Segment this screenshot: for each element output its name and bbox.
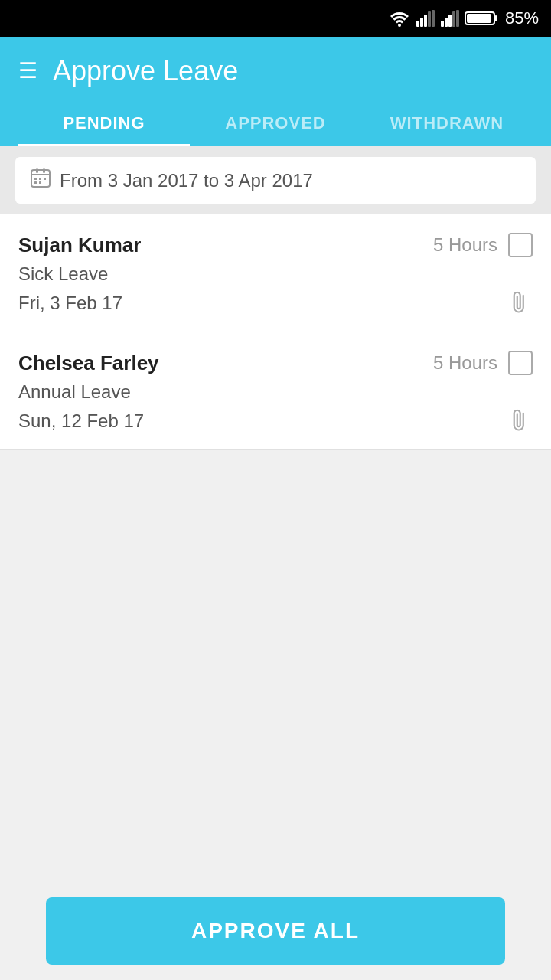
status-icons: 85% bbox=[389, 8, 539, 28]
leave-type-1: Sick Leave bbox=[18, 263, 533, 285]
svg-rect-12 bbox=[467, 14, 491, 23]
attachment-icon-1[interactable] bbox=[505, 286, 540, 320]
svg-rect-11 bbox=[494, 15, 497, 21]
signal-icon-1 bbox=[416, 10, 435, 27]
leave-date-1: Fri, 3 Feb 17 bbox=[18, 292, 122, 314]
tab-pending[interactable]: PENDING bbox=[18, 103, 190, 146]
attachment-icon-2[interactable] bbox=[505, 403, 540, 438]
page-title: Approve Leave bbox=[53, 55, 238, 87]
svg-rect-7 bbox=[448, 15, 452, 27]
svg-rect-1 bbox=[420, 18, 423, 27]
leave-item-top-1: Sujan Kumar 5 Hours bbox=[18, 233, 533, 257]
svg-rect-21 bbox=[39, 181, 41, 184]
status-bar: 85% bbox=[0, 0, 551, 37]
wifi-icon bbox=[389, 10, 410, 27]
svg-rect-3 bbox=[428, 11, 431, 27]
svg-rect-8 bbox=[452, 11, 455, 27]
signal-icon-2 bbox=[441, 10, 459, 27]
footer: APPROVE ALL bbox=[0, 882, 551, 980]
svg-rect-5 bbox=[441, 21, 444, 27]
svg-rect-18 bbox=[39, 178, 41, 180]
svg-rect-17 bbox=[34, 178, 37, 180]
employee-name-1: Sujan Kumar bbox=[18, 234, 141, 257]
leave-list: Sujan Kumar 5 Hours Sick Leave Fri, 3 Fe… bbox=[0, 214, 551, 450]
header: ☰ Approve Leave PENDING APPROVED WITHDRA… bbox=[0, 37, 551, 146]
select-checkbox-1[interactable] bbox=[508, 233, 533, 257]
leave-date-2: Sun, 12 Feb 17 bbox=[18, 410, 144, 432]
svg-rect-6 bbox=[445, 18, 448, 27]
hours-checkbox-1: 5 Hours bbox=[433, 233, 533, 257]
date-filter[interactable]: From 3 Jan 2017 to 3 Apr 2017 bbox=[15, 157, 536, 204]
hamburger-menu-icon[interactable]: ☰ bbox=[18, 60, 37, 82]
calendar-icon bbox=[31, 168, 51, 193]
header-top: ☰ Approve Leave bbox=[18, 55, 533, 103]
svg-rect-16 bbox=[43, 168, 45, 173]
leave-item-bottom-2: Sun, 12 Feb 17 bbox=[18, 407, 533, 434]
hours-label-2: 5 Hours bbox=[433, 352, 497, 374]
main-content: From 3 Jan 2017 to 3 Apr 2017 Sujan Kuma… bbox=[0, 146, 551, 557]
leave-type-2: Annual Leave bbox=[18, 381, 533, 403]
tabs-bar: PENDING APPROVED WITHDRAWN bbox=[18, 103, 533, 146]
employee-name-2: Chelsea Farley bbox=[18, 351, 159, 375]
date-filter-wrap: From 3 Jan 2017 to 3 Apr 2017 bbox=[0, 146, 551, 214]
svg-rect-9 bbox=[456, 10, 459, 27]
leave-item-top-2: Chelsea Farley 5 Hours bbox=[18, 351, 533, 375]
svg-rect-4 bbox=[432, 10, 435, 27]
svg-rect-0 bbox=[416, 21, 419, 27]
svg-rect-20 bbox=[34, 181, 37, 184]
battery-percentage: 85% bbox=[505, 8, 539, 28]
tab-approved[interactable]: APPROVED bbox=[190, 103, 361, 146]
svg-rect-19 bbox=[44, 178, 46, 180]
svg-rect-15 bbox=[36, 168, 38, 173]
tab-withdrawn[interactable]: WITHDRAWN bbox=[361, 103, 533, 146]
approve-all-button[interactable]: APPROVE ALL bbox=[46, 897, 505, 965]
hours-label-1: 5 Hours bbox=[433, 234, 497, 256]
select-checkbox-2[interactable] bbox=[508, 351, 533, 375]
leave-item-2: Chelsea Farley 5 Hours Annual Leave Sun,… bbox=[0, 332, 551, 450]
svg-rect-2 bbox=[424, 15, 427, 27]
leave-item: Sujan Kumar 5 Hours Sick Leave Fri, 3 Fe… bbox=[0, 214, 551, 332]
battery-icon bbox=[465, 10, 499, 27]
date-filter-text: From 3 Jan 2017 to 3 Apr 2017 bbox=[60, 170, 313, 191]
leave-item-bottom-1: Fri, 3 Feb 17 bbox=[18, 289, 533, 316]
hours-checkbox-2: 5 Hours bbox=[433, 351, 533, 375]
